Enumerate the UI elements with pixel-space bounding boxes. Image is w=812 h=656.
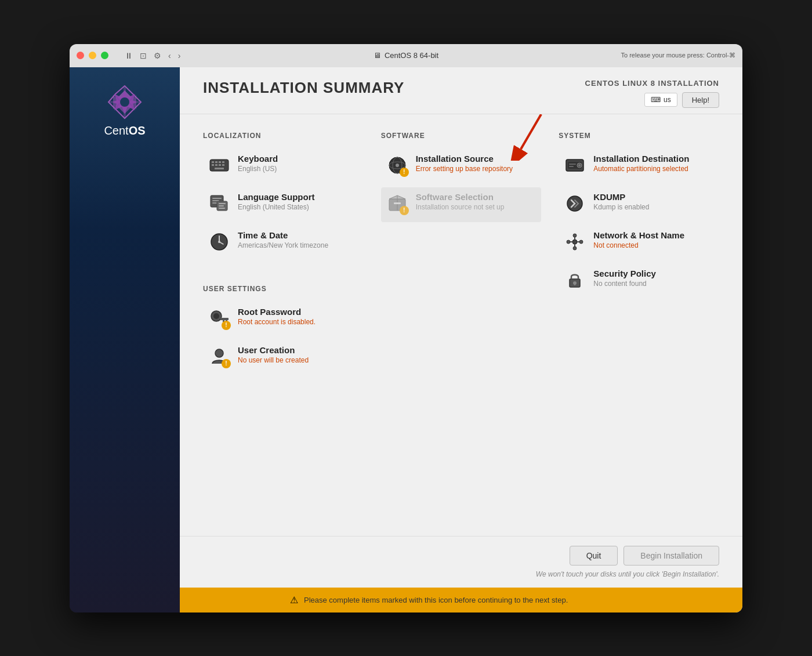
centos-install-title: CENTOS LINUX 8 INSTALLATION — [585, 79, 719, 88]
time-date-label: Time & Date — [238, 230, 328, 240]
software-selection-item[interactable]: ! Software Selection Installation source… — [381, 187, 542, 222]
page-title: INSTALLATION SUMMARY — [203, 79, 404, 97]
kdump-icon — [563, 192, 586, 215]
key-warning-badge: ! — [222, 321, 231, 330]
svg-point-36 — [215, 349, 223, 357]
software-selection-text: Software Selection Installation source n… — [416, 192, 505, 211]
package-warning-badge: ! — [400, 206, 409, 215]
svg-rect-25 — [219, 205, 224, 206]
language-label: Language Support — [238, 192, 315, 202]
system-section: SYSTEM — [559, 132, 719, 519]
security-policy-label: Security Policy — [593, 269, 656, 278]
installation-source-item[interactable]: ! Installation Source Error setting up b… — [381, 149, 542, 184]
minimize-button[interactable] — [89, 52, 96, 59]
svg-rect-51 — [569, 164, 576, 165]
root-password-item[interactable]: ! Root Password Root account is disabled… — [203, 302, 364, 337]
quit-button[interactable]: Quit — [570, 546, 618, 566]
installation-destination-item[interactable]: Installation Destination Automatic parti… — [559, 149, 719, 184]
keyboard-icon — [208, 154, 231, 177]
footer-warning-text: Please complete items marked with this i… — [304, 596, 568, 604]
network-hostname-label: Network & Host Name — [593, 230, 684, 240]
kdump-item[interactable]: KDUMP Kdump is enabled — [559, 187, 719, 222]
software-selection-sub: Installation source not set up — [416, 203, 505, 211]
svg-point-61 — [573, 234, 577, 237]
svg-rect-18 — [215, 168, 224, 169]
kdump-sub: Kdump is enabled — [593, 203, 649, 211]
software-section: SOFTWARE ! Installation — [381, 132, 542, 519]
close-button[interactable] — [77, 52, 84, 59]
button-row: Quit Begin Installation — [570, 546, 719, 566]
nav-back-icon[interactable]: ‹ — [168, 51, 171, 60]
source-warning-badge: ! — [400, 168, 409, 177]
package-icon: ! — [386, 192, 409, 215]
language-badge[interactable]: ⌨ us — [644, 93, 677, 107]
titlebar: ⏸ ⊡ ⚙ ‹ › 🖥 CentOS 8 64-bit To release y… — [70, 44, 742, 67]
footer-warning: ⚠ Please complete items marked with this… — [180, 588, 742, 612]
window-title-text: CentOS 8 64-bit — [385, 51, 438, 60]
security-policy-sub: No content found — [593, 280, 656, 288]
keyboard-icon: ⌨ — [651, 96, 661, 104]
language-support-item[interactable]: Language Support English (United States) — [203, 187, 364, 222]
svg-rect-15 — [215, 164, 217, 166]
keyboard-item[interactable]: Keyboard English (US) — [203, 149, 364, 184]
svg-rect-20 — [212, 198, 222, 199]
svg-rect-14 — [212, 164, 214, 166]
installation-destination-text: Installation Destination Automatic parti… — [593, 154, 689, 173]
nav-forward-icon[interactable]: › — [178, 51, 181, 60]
keyboard-sub: English (US) — [238, 165, 278, 173]
software-selection-label: Software Selection — [416, 192, 505, 202]
maximize-button[interactable] — [101, 52, 108, 59]
time-date-item[interactable]: Time & Date Americas/New York timezone — [203, 226, 364, 260]
svg-rect-24 — [219, 203, 226, 204]
user-settings-header: USER SETTINGS — [203, 285, 364, 293]
titlebar-icons: ⏸ ⊡ ⚙ ‹ › — [125, 51, 180, 60]
root-password-text: Root Password Root account is disabled. — [238, 307, 316, 326]
svg-point-32 — [213, 313, 219, 319]
time-date-sub: Americas/New York timezone — [238, 241, 328, 249]
source-icon: ! — [386, 154, 409, 177]
svg-rect-17 — [222, 164, 224, 166]
pause-icon: ⏸ — [125, 51, 133, 60]
lang-text: us — [664, 96, 671, 104]
software-header: SOFTWARE — [381, 132, 542, 140]
user-creation-item[interactable]: ! User Creation No user will be created — [203, 340, 364, 375]
svg-rect-52 — [569, 166, 574, 167]
language-text: Language Support English (United States) — [238, 192, 315, 211]
clock-icon — [208, 230, 231, 253]
svg-point-59 — [567, 240, 570, 244]
top-right: CENTOS LINUX 8 INSTALLATION ⌨ us Help! — [585, 79, 719, 108]
sidebar: CentOS — [70, 67, 180, 612]
vm-icon: 🖥 — [374, 51, 381, 60]
key-icon: ! — [208, 307, 231, 330]
root-password-label: Root Password — [238, 307, 316, 317]
user-creation-sub: No user will be created — [238, 356, 309, 364]
user-icon: ! — [208, 345, 231, 368]
user-creation-text: User Creation No user will be created — [238, 345, 309, 364]
top-bar: INSTALLATION SUMMARY CENTOS LINUX 8 INST… — [180, 67, 742, 114]
user-creation-label: User Creation — [238, 345, 309, 355]
keyboard-label: Keyboard — [238, 154, 278, 164]
installation-source-text: Installation Source Error setting up bas… — [416, 154, 513, 173]
language-sub: English (United States) — [238, 203, 315, 211]
sections-area: LOCALIZATION — [180, 114, 742, 536]
svg-rect-26 — [219, 208, 225, 209]
user-warning-badge: ! — [222, 359, 231, 368]
localization-header: LOCALIZATION — [203, 132, 364, 140]
svg-point-8 — [120, 97, 129, 107]
svg-rect-10 — [212, 161, 214, 163]
svg-point-54 — [572, 240, 577, 244]
installation-source-sub: Error setting up base repository — [416, 165, 513, 173]
help-button[interactable]: Help! — [682, 92, 719, 108]
begin-installation-button[interactable]: Begin Installation — [624, 546, 719, 566]
keyboard-text: Keyboard English (US) — [238, 154, 278, 173]
release-mouse-hint: To release your mouse press: Control-⌘ — [621, 52, 735, 59]
content-area: CentOS INSTALLATION SUMMARY CENTOS LINUX… — [70, 67, 742, 612]
svg-point-40 — [396, 164, 399, 167]
settings-icon: ⚙ — [154, 51, 161, 60]
security-policy-text: Security Policy No content found — [593, 269, 656, 288]
network-hostname-item[interactable]: Network & Host Name Not connected — [559, 226, 719, 260]
security-policy-item[interactable]: Security Policy No content found — [559, 264, 719, 299]
network-icon — [563, 230, 586, 253]
bottom-bar: Quit Begin Installation We won't touch y… — [180, 536, 742, 588]
time-date-text: Time & Date Americas/New York timezone — [238, 230, 328, 249]
